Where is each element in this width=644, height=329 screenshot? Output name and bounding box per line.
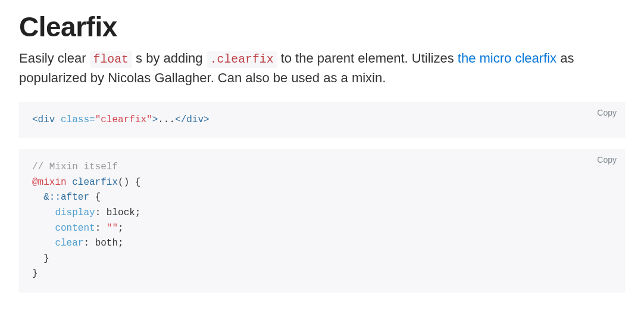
code-comment: // Mixin itself (32, 162, 118, 172)
copy-button[interactable]: Copy (597, 155, 617, 164)
page-heading: Clearfix (19, 11, 625, 43)
code-punct: ; (135, 207, 141, 218)
inline-code-clearfix: .clearfix (207, 51, 277, 68)
code-text: ... (158, 114, 175, 125)
code-selector: &::after (32, 192, 89, 203)
code-value: "" (107, 223, 118, 234)
code-prop: content (32, 223, 95, 234)
code-content: <div class="clearfix">...</div> (32, 113, 612, 128)
code-mixin-name: clearfix (67, 177, 118, 188)
code-tag: </div> (175, 114, 210, 125)
code-punct: } (32, 253, 49, 264)
code-punct: : (95, 223, 107, 234)
copy-button[interactable]: Copy (597, 108, 617, 117)
code-punct: () (118, 177, 129, 188)
intro-text: Easily clear (19, 51, 90, 66)
code-content: // Mixin itself @mixin clearfix() { &::a… (32, 160, 612, 282)
code-prop: clear (32, 238, 83, 249)
code-attr-name: class= (61, 114, 95, 125)
code-prop: display (32, 207, 95, 218)
code-punct: { (129, 177, 140, 188)
intro-paragraph: Easily clear float s by adding .clearfix… (19, 49, 625, 88)
inline-code-float: float (90, 51, 132, 68)
code-value: block (107, 207, 135, 218)
code-tag: > (152, 114, 158, 125)
code-punct: ; (118, 223, 124, 234)
code-space (55, 114, 61, 125)
code-example-html: Copy <div class="clearfix">...</div> (19, 102, 625, 139)
intro-text: to the parent element. Utilizes (277, 51, 458, 66)
code-tag: <div (32, 114, 55, 125)
code-at-keyword: @mixin (32, 177, 67, 188)
code-punct: } (32, 268, 38, 279)
code-example-scss: Copy // Mixin itself @mixin clearfix() {… (19, 149, 625, 293)
intro-text: s by adding (132, 51, 207, 66)
code-punct: : (95, 207, 107, 218)
code-punct: : (83, 238, 95, 249)
code-attr-value: "clearfix" (95, 114, 152, 125)
code-punct: ; (118, 238, 124, 249)
intro-link[interactable]: the micro clearfix (458, 51, 557, 66)
code-punct: { (89, 192, 101, 203)
code-value: both (95, 238, 118, 249)
